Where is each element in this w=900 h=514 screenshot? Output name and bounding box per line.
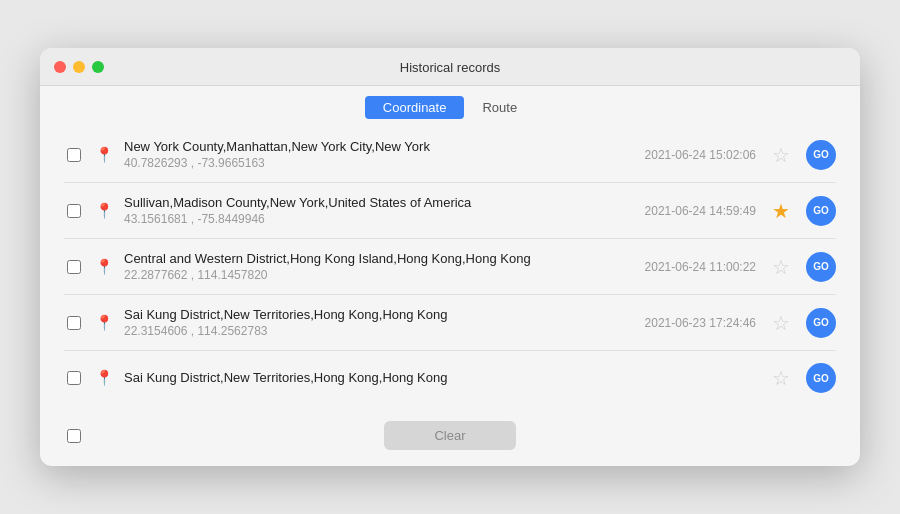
- go-button-2[interactable]: GO: [806, 196, 836, 226]
- close-button[interactable]: [54, 61, 66, 73]
- location-name-2: Sullivan,Madison County,New York,United …: [124, 195, 591, 210]
- row-checkbox-1[interactable]: [64, 148, 84, 162]
- checkbox-input-3[interactable]: [67, 260, 81, 274]
- timestamp-1: 2021-06-24 15:02:06: [601, 148, 756, 162]
- row-checkbox-5[interactable]: [64, 371, 84, 385]
- timestamp-3: 2021-06-24 11:00:22: [601, 260, 756, 274]
- go-button-3[interactable]: GO: [806, 252, 836, 282]
- star-icon-5: ☆: [772, 366, 790, 390]
- location-coords-4: 22.3154606 , 114.2562783: [124, 324, 591, 338]
- table-row: 📍 Sullivan,Madison County,New York,Unite…: [64, 183, 836, 239]
- star-icon-3: ☆: [772, 255, 790, 279]
- timestamp-2: 2021-06-24 14:59:49: [601, 204, 756, 218]
- row-checkbox-2[interactable]: [64, 204, 84, 218]
- main-window: Historical records Coordinate Route 📍 Ne…: [40, 48, 860, 466]
- location-coords-1: 40.7826293 , -73.9665163: [124, 156, 591, 170]
- row-checkbox-3[interactable]: [64, 260, 84, 274]
- select-all-input[interactable]: [67, 429, 81, 443]
- go-button-1[interactable]: GO: [806, 140, 836, 170]
- pin-icon-3: 📍: [94, 258, 114, 276]
- maximize-button[interactable]: [92, 61, 104, 73]
- table-row: 📍 Sai Kung District,New Territories,Hong…: [64, 295, 836, 351]
- location-coords-3: 22.2877662 , 114.1457820: [124, 268, 591, 282]
- table-row: 📍 Sai Kung District,New Territories,Hong…: [64, 351, 836, 405]
- go-button-4[interactable]: GO: [806, 308, 836, 338]
- pin-icon-4: 📍: [94, 314, 114, 332]
- pin-icon-5: 📍: [94, 369, 114, 387]
- location-name-5: Sai Kung District,New Territories,Hong K…: [124, 370, 591, 385]
- star-button-4[interactable]: ☆: [766, 311, 796, 335]
- select-all-checkbox[interactable]: [64, 429, 84, 443]
- checkbox-input-5[interactable]: [67, 371, 81, 385]
- checkbox-input-2[interactable]: [67, 204, 81, 218]
- location-cell-2: Sullivan,Madison County,New York,United …: [124, 195, 591, 226]
- location-cell-5: Sai Kung District,New Territories,Hong K…: [124, 370, 591, 387]
- star-button-1[interactable]: ☆: [766, 143, 796, 167]
- location-name-1: New York County,Manhattan,New York City,…: [124, 139, 591, 154]
- clear-button[interactable]: Clear: [384, 421, 515, 450]
- location-name-4: Sai Kung District,New Territories,Hong K…: [124, 307, 591, 322]
- star-icon-1: ☆: [772, 143, 790, 167]
- location-cell-3: Central and Western District,Hong Kong I…: [124, 251, 591, 282]
- tab-coordinate[interactable]: Coordinate: [365, 96, 465, 119]
- star-icon-4: ☆: [772, 311, 790, 335]
- minimize-button[interactable]: [73, 61, 85, 73]
- checkbox-input-1[interactable]: [67, 148, 81, 162]
- star-button-3[interactable]: ☆: [766, 255, 796, 279]
- tab-route[interactable]: Route: [464, 96, 535, 119]
- tabs-bar: Coordinate Route: [40, 86, 860, 127]
- pin-icon-2: 📍: [94, 202, 114, 220]
- table-row: 📍 Central and Western District,Hong Kong…: [64, 239, 836, 295]
- location-name-3: Central and Western District,Hong Kong I…: [124, 251, 591, 266]
- star-icon-2: ★: [772, 199, 790, 223]
- pin-icon-1: 📍: [94, 146, 114, 164]
- timestamp-4: 2021-06-23 17:24:46: [601, 316, 756, 330]
- checkbox-input-4[interactable]: [67, 316, 81, 330]
- location-cell-1: New York County,Manhattan,New York City,…: [124, 139, 591, 170]
- table-row: 📍 New York County,Manhattan,New York Cit…: [64, 127, 836, 183]
- traffic-lights: [54, 61, 104, 73]
- title-bar: Historical records: [40, 48, 860, 86]
- go-button-5[interactable]: GO: [806, 363, 836, 393]
- location-cell-4: Sai Kung District,New Territories,Hong K…: [124, 307, 591, 338]
- window-title: Historical records: [400, 60, 500, 75]
- location-coords-2: 43.1561681 , -75.8449946: [124, 212, 591, 226]
- records-list: 📍 New York County,Manhattan,New York Cit…: [40, 127, 860, 417]
- star-button-2[interactable]: ★: [766, 199, 796, 223]
- row-checkbox-4[interactable]: [64, 316, 84, 330]
- star-button-5[interactable]: ☆: [766, 366, 796, 390]
